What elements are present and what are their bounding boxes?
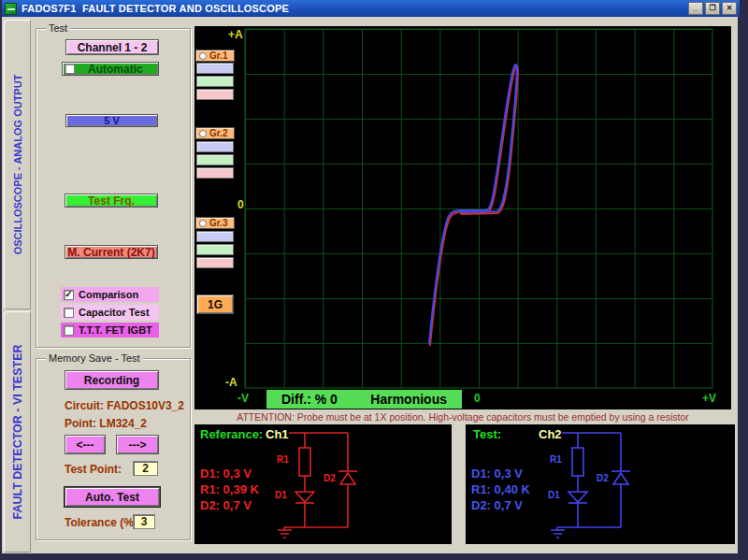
- gr3-label: Gr.3: [209, 218, 227, 228]
- tab-fault-detector-vi-tester[interactable]: FAULT DETECTOR - VI TESTER: [4, 311, 31, 553]
- scope-grid: [245, 29, 712, 388]
- test-d1-label: D1: [548, 490, 560, 500]
- resistor-symbol: [299, 448, 310, 476]
- diff-value: Diff.: % 0: [281, 392, 338, 407]
- ground-symbol: [278, 530, 292, 538]
- tolerance-label: Tolerance (%): [65, 516, 137, 529]
- diode-d2-symbol: [613, 473, 628, 484]
- test-d2-label: D2: [597, 473, 609, 483]
- test-group-label: Test: [46, 22, 70, 34]
- axis-label-plus-a: +A: [228, 28, 243, 41]
- resistor-symbol: [572, 448, 583, 476]
- reference-measurements: D1: 0,3 V R1: 0,39 K D2: 0,7 V: [200, 466, 259, 513]
- gr2-label: Gr.2: [209, 128, 227, 138]
- reference-channel: Ch1: [266, 427, 289, 441]
- test-r1-label: R1: [550, 454, 562, 465]
- comparison-checkbox[interactable]: ✓: [64, 290, 74, 300]
- point-name-label: Point: LM324_2: [65, 417, 147, 430]
- app-icon: [5, 3, 17, 15]
- automatic-checkbox[interactable]: [65, 64, 75, 74]
- reference-d2-label: D2: [324, 473, 336, 483]
- scope-graticule-and-trace: [194, 26, 731, 409]
- comparison-label: Comparison: [79, 289, 138, 300]
- diode-d1-symbol: [295, 492, 314, 502]
- gr2-button[interactable]: Gr.2: [195, 127, 235, 139]
- axis-label-minus-a: -A: [225, 376, 237, 389]
- recording-button[interactable]: Recording: [65, 370, 159, 390]
- gr3-radio[interactable]: [199, 220, 207, 227]
- close-button[interactable]: ✕: [722, 2, 737, 15]
- gr1-label: Gr.1: [209, 50, 227, 61]
- comparison-status: Harmonious: [370, 392, 447, 407]
- gr1-color-swatch-blue[interactable]: [196, 63, 234, 74]
- window-title: FADOS7F1 FAULT DETECTOR AND OSCILLOSCOPE: [22, 3, 289, 14]
- test-frequency-button[interactable]: Test Frq.: [65, 194, 158, 208]
- ground-symbol: [551, 530, 565, 538]
- automatic-label: Automatic: [88, 63, 143, 76]
- memory-group-label: Memory Save - Test: [46, 352, 143, 364]
- gr2-color-swatch-green[interactable]: [196, 154, 234, 165]
- capacitor-test-checkbox-row[interactable]: Capacitor Test: [61, 305, 159, 320]
- gr3-button[interactable]: Gr.3: [195, 217, 235, 229]
- previous-point-button[interactable]: <---: [65, 435, 106, 454]
- reference-d2-value: D2: 0,7 V: [200, 497, 259, 513]
- gr3-color-swatch-pink[interactable]: [196, 257, 234, 268]
- ttt-fet-igbt-checkbox[interactable]: [64, 325, 74, 336]
- ttt-fet-igbt-label: T.T.T. FET IGBT: [79, 324, 152, 336]
- capacitor-test-checkbox[interactable]: [64, 308, 74, 318]
- reference-r1-label: R1: [277, 454, 289, 465]
- diff-status-bar: Diff.: % 0 Harmonious: [266, 390, 462, 409]
- comparison-checkbox-row[interactable]: ✓ Comparison: [61, 287, 159, 302]
- gr1-button[interactable]: Gr.1: [195, 50, 235, 62]
- ttt-fet-igbt-checkbox-row[interactable]: T.T.T. FET IGBT: [61, 323, 159, 337]
- minimize-button[interactable]: _: [688, 2, 703, 15]
- tab-label: OSCILLOSCOPE - ANALOG OUTPUT: [12, 75, 23, 255]
- axis-label-plus-v: +V: [702, 392, 716, 405]
- reference-r1-value: R1: 0,39 K: [200, 481, 259, 497]
- diode-d2-symbol: [340, 473, 355, 484]
- restore-button[interactable]: ❐: [705, 2, 720, 15]
- gain-1g-button[interactable]: 1G: [196, 294, 234, 314]
- axis-label-minus-v: -V: [237, 392, 249, 405]
- voltage-button[interactable]: 5 V: [65, 114, 158, 127]
- tab-oscilloscope-analog-output[interactable]: OSCILLOSCOPE - ANALOG OUTPUT: [4, 20, 31, 309]
- gr3-color-swatch-green[interactable]: [196, 244, 234, 255]
- test-circuit-diagram: [468, 424, 725, 544]
- capacitor-test-label: Capacitor Test: [79, 307, 150, 318]
- max-current-button[interactable]: M. Current (2K7): [65, 245, 158, 259]
- auto-test-button[interactable]: Auto. Test: [65, 487, 160, 507]
- attention-warning: ATTENTION: Probe must be at 1X position.…: [194, 411, 731, 423]
- test-point-value[interactable]: 2: [133, 461, 158, 476]
- tab-label: FAULT DETECTOR - VI TESTER: [11, 344, 24, 519]
- oscilloscope-display: +A 0 -A -V 0 +V Gr.1 Gr.2 Gr.3 1G: [194, 26, 731, 409]
- gr2-radio[interactable]: [199, 130, 207, 137]
- gr1-color-swatch-green[interactable]: [196, 76, 234, 87]
- gr2-color-swatch-blue[interactable]: [196, 141, 234, 152]
- tolerance-value[interactable]: 3: [133, 514, 155, 529]
- automatic-toggle[interactable]: Automatic: [62, 62, 159, 76]
- reference-circuit-panel: Referance: Ch1 D1: 0,3 V R1: 0,39 K D2: …: [194, 424, 452, 544]
- diode-d1-symbol: [568, 492, 587, 502]
- test-point-label: Test Point:: [65, 463, 122, 476]
- test-circuit-panel: Test: Ch2 D1: 0,3 V R1: 0,40 K D2: 0,7 V…: [466, 424, 735, 544]
- circuit-name-label: Circuit: FADOS10V3_2: [65, 399, 184, 412]
- gr3-color-swatch-blue[interactable]: [196, 231, 234, 242]
- channel-1-2-button[interactable]: Channel 1 - 2: [65, 39, 159, 55]
- reference-title: Referance:: [200, 427, 263, 441]
- app-window: FADOS7F1 FAULT DETECTOR AND OSCILLOSCOPE…: [0, 0, 738, 553]
- reference-d1-label: D1: [275, 490, 287, 500]
- gr1-radio[interactable]: [199, 52, 207, 60]
- reference-d1-value: D1: 0,3 V: [200, 466, 259, 481]
- gr1-color-swatch-pink[interactable]: [196, 89, 234, 100]
- axis-label-zero-left: 0: [237, 198, 244, 211]
- axis-label-zero-bottom: 0: [474, 392, 481, 405]
- title-bar[interactable]: FADOS7F1 FAULT DETECTOR AND OSCILLOSCOPE…: [2, 0, 740, 17]
- next-point-button[interactable]: --->: [116, 435, 159, 454]
- gr2-color-swatch-pink[interactable]: [196, 167, 234, 179]
